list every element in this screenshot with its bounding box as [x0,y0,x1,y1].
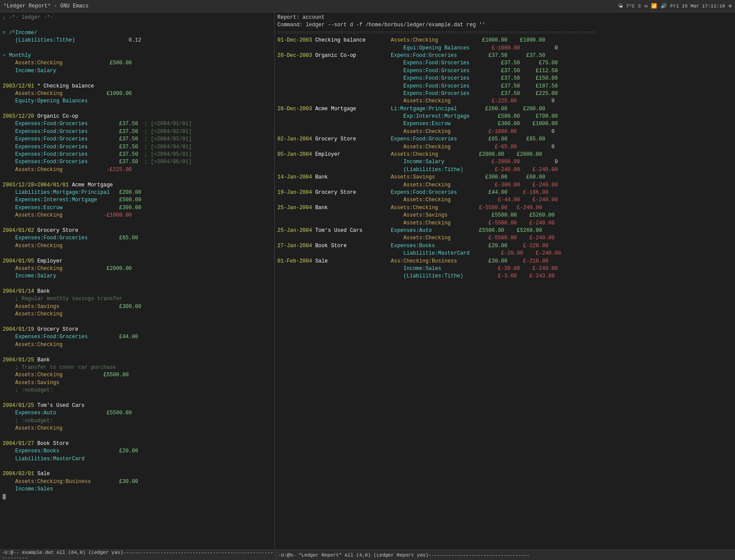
title-text: *Ledger Report* - GNU Emacs [4,3,88,9]
right-pane-content: Report: account Command: ledger --sort d… [277,14,732,280]
email-icon[interactable]: ✉ [644,3,648,9]
refresh-icon[interactable]: C [638,4,641,9]
settings-icon[interactable]: ⚙ [728,3,732,9]
title-bar: *Ledger Report* - GNU Emacs 🌤 7°C C ✉ 📶 … [0,0,735,12]
main-container: ; -*- ledger -*- = /^Income/ (Liabilitie… [0,12,735,550]
time-display: Fri 15 Mar 17:11:19 [670,4,725,9]
left-pane-content: ; -*- ledger -*- = /^Income/ (Liabilitie… [3,14,272,501]
status-right: -U:@%- *Ledger Report* All (4,0) (Ledger… [276,553,733,558]
volume-icon[interactable]: 🔊 [661,3,667,9]
left-pane[interactable]: ; -*- ledger -*- = /^Income/ (Liabilitie… [0,12,275,550]
weather-display: 🌤 7°C [618,3,634,9]
status-left: -U:@-- example.dat All (64,0) (Ledger ya… [2,550,276,560]
title-right: 🌤 7°C C ✉ 📶 🔊 Fri 15 Mar 17:11:19 ⚙ [618,3,732,9]
status-bar: -U:@-- example.dat All (64,0) (Ledger ya… [0,550,735,560]
right-pane[interactable]: Report: account Command: ledger --sort d… [275,12,735,550]
network-icon: 📶 [651,3,657,9]
